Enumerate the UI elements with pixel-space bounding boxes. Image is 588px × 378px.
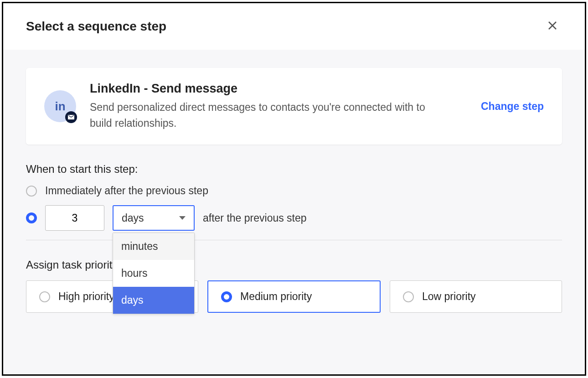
step-icon: in	[44, 90, 76, 122]
modal-header: Select a sequence step	[3, 3, 585, 50]
unit-option-days[interactable]: days	[113, 287, 194, 314]
delay-number-input[interactable]	[45, 205, 104, 231]
step-card: in LinkedIn - Send message Send personal…	[26, 68, 562, 145]
radio-icon	[39, 291, 50, 302]
timing-section-label: When to start this step:	[26, 163, 562, 176]
close-icon	[547, 21, 557, 31]
section-divider	[26, 240, 562, 240]
priority-option-low[interactable]: Low priority	[390, 280, 562, 313]
after-previous-step-label: after the previous step	[203, 212, 307, 224]
chevron-down-icon	[179, 216, 186, 220]
unit-dropdown-menu: minutes hours days	[113, 233, 195, 314]
close-button[interactable]	[543, 17, 562, 36]
unit-select-wrap: days minutes hours days	[113, 205, 195, 231]
timing-option-delay: days minutes hours days after the previo…	[26, 205, 562, 231]
radio-icon	[403, 291, 414, 302]
step-title: LinkedIn - Send message	[90, 82, 467, 96]
priority-label: Medium priority	[240, 290, 312, 303]
envelope-icon	[65, 111, 77, 123]
linkedin-icon-text: in	[55, 99, 65, 114]
modal-body: in LinkedIn - Send message Send personal…	[3, 50, 585, 375]
unit-select[interactable]: days	[113, 205, 195, 231]
priority-options: High priority Medium priority Low priori…	[26, 280, 562, 313]
unit-select-text: days	[122, 212, 144, 224]
priority-label: Low priority	[422, 290, 476, 303]
step-content: LinkedIn - Send message Send personalize…	[90, 82, 467, 131]
radio-label: Immediately after the previous step	[45, 185, 208, 197]
timing-option-immediate[interactable]: Immediately after the previous step	[26, 185, 562, 197]
priority-label: High priority	[58, 290, 114, 303]
radio-icon-selected	[221, 291, 232, 302]
unit-option-hours[interactable]: hours	[113, 260, 194, 287]
priority-section-label: Assign task priority:	[26, 259, 562, 271]
change-step-link[interactable]: Change step	[481, 100, 544, 113]
radio-icon-selected[interactable]	[26, 212, 37, 223]
step-description: Send personalized direct messages to con…	[90, 99, 427, 131]
radio-icon	[26, 186, 37, 197]
modal-title: Select a sequence step	[26, 19, 166, 34]
unit-option-minutes[interactable]: minutes	[113, 233, 194, 260]
priority-option-medium[interactable]: Medium priority	[207, 280, 381, 313]
select-sequence-step-modal: Select a sequence step in LinkedIn - Sen…	[2, 2, 586, 376]
